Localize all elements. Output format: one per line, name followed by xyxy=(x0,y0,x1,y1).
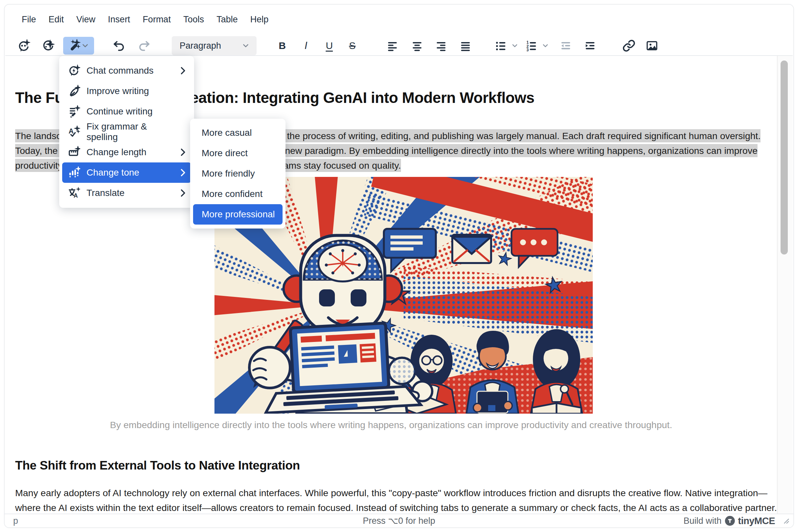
align-right-button[interactable] xyxy=(432,37,450,55)
submenu-chevron-icon xyxy=(177,67,190,75)
svg-text:A: A xyxy=(74,192,78,199)
ai-shortcuts-menu: Chat commands Improve writing Continue w… xyxy=(59,56,194,208)
undo-button[interactable] xyxy=(110,37,128,55)
svg-text:3: 3 xyxy=(527,48,529,52)
strikethrough-button[interactable]: S xyxy=(343,37,361,55)
change-tone-icon xyxy=(67,166,81,179)
menu-tools[interactable]: Tools xyxy=(179,13,208,26)
redo-icon xyxy=(137,39,151,52)
person-woman-writing xyxy=(531,329,582,414)
bold-button[interactable]: B xyxy=(273,37,292,55)
italic-button[interactable]: I xyxy=(297,37,315,55)
menu-edit[interactable]: Edit xyxy=(45,13,68,26)
submenu-item-more-direct[interactable]: More direct xyxy=(193,143,282,164)
block-format-select[interactable]: Paragraph xyxy=(172,36,257,55)
continue-writing-icon xyxy=(67,105,81,118)
menu-item-continue-writing[interactable]: Continue writing xyxy=(62,101,191,122)
section-heading[interactable]: The Shift from External Tools to Native … xyxy=(15,459,300,473)
align-center-icon xyxy=(410,39,424,52)
ai-chat-icon xyxy=(17,39,30,52)
indent-button[interactable] xyxy=(581,37,599,55)
link-button[interactable] xyxy=(620,37,638,55)
chevron-down-icon xyxy=(241,41,250,50)
block-format-value: Paragraph xyxy=(180,41,221,51)
editor-frame: File Edit View Insert Format Tools Table… xyxy=(4,4,794,528)
branding[interactable]: Build with tinyMCE xyxy=(684,516,775,527)
branding-prefix: Build with xyxy=(684,516,722,526)
align-left-button[interactable] xyxy=(383,37,402,55)
link-icon xyxy=(623,39,635,52)
submenu-item-more-professional[interactable]: More professional xyxy=(193,204,282,225)
submenu-chevron-icon xyxy=(177,169,190,176)
submenu-chevron-icon xyxy=(177,148,190,156)
numbered-list-button[interactable]: 1 2 3 xyxy=(523,37,539,55)
menu-item-chat-commands[interactable]: Chat commands xyxy=(62,60,191,81)
bold-icon: B xyxy=(279,40,286,51)
align-left-icon xyxy=(386,39,399,52)
strikethrough-icon: S xyxy=(349,40,356,51)
branding-name: tinyMCE xyxy=(738,516,775,527)
align-right-icon xyxy=(434,39,448,52)
bullet-list-icon xyxy=(494,39,507,52)
indent-icon xyxy=(583,39,597,52)
svg-text:A: A xyxy=(69,127,73,135)
undo-icon xyxy=(112,39,126,52)
scrollbar-track[interactable] xyxy=(777,56,793,514)
menu-format[interactable]: Format xyxy=(139,13,175,26)
insert-image-button[interactable] xyxy=(643,37,661,55)
outdent-button[interactable] xyxy=(557,37,575,55)
align-justify-icon xyxy=(459,39,472,52)
ai-review-icon xyxy=(41,39,55,52)
italic-icon: I xyxy=(304,40,308,52)
menu-item-change-length[interactable]: Change length xyxy=(62,142,191,163)
chevron-down-icon xyxy=(541,42,549,50)
scrollbar-thumb[interactable] xyxy=(781,60,788,254)
statusbar: p Press ⌥0 for help Build with tinyMCE xyxy=(5,514,793,527)
toolbar: Paragraph B I U S xyxy=(5,32,793,59)
align-justify-button[interactable] xyxy=(456,37,475,55)
bullet-list-button[interactable] xyxy=(493,37,509,55)
ai-review-button[interactable] xyxy=(39,37,57,55)
menu-insert[interactable]: Insert xyxy=(104,13,134,26)
ai-shortcuts-split-button[interactable] xyxy=(63,37,94,55)
fix-grammar-icon: A xyxy=(67,126,81,138)
magic-wand-icon xyxy=(68,39,81,52)
chevron-down-icon xyxy=(81,41,90,50)
underline-icon: U xyxy=(326,40,333,51)
menu-item-fix-grammar[interactable]: A Fix grammar & spelling xyxy=(62,122,191,142)
help-shortcut-text: Press ⌥0 for help xyxy=(5,516,793,526)
image-caption[interactable]: By embedding intelligence directly into … xyxy=(5,420,777,431)
redo-button[interactable] xyxy=(135,37,153,55)
change-length-icon xyxy=(67,146,81,158)
translate-icon: A xyxy=(67,187,81,199)
ai-chat-button[interactable] xyxy=(15,37,33,55)
menu-file[interactable]: File xyxy=(18,13,40,26)
menu-table[interactable]: Table xyxy=(212,13,242,26)
menu-item-improve-writing[interactable]: Improve writing xyxy=(62,81,191,101)
align-center-button[interactable] xyxy=(408,37,426,55)
bullet-list-chevron[interactable] xyxy=(508,37,521,55)
menu-view[interactable]: View xyxy=(72,13,99,26)
menubar: File Edit View Insert Format Tools Table… xyxy=(18,12,272,27)
submenu-chevron-icon xyxy=(177,189,190,197)
numbered-list-icon: 1 2 3 xyxy=(525,39,538,52)
underline-button[interactable]: U xyxy=(320,37,338,55)
numbered-list-chevron[interactable] xyxy=(539,37,552,55)
chevron-down-icon xyxy=(511,42,519,50)
chat-commands-icon xyxy=(67,64,81,77)
menu-help[interactable]: Help xyxy=(246,13,273,26)
submenu-item-more-confident[interactable]: More confident xyxy=(193,184,282,204)
menu-item-change-tone[interactable]: Change tone xyxy=(62,163,191,183)
change-tone-submenu: More casual More direct More friendly Mo… xyxy=(190,119,285,229)
submenu-item-more-casual[interactable]: More casual xyxy=(193,122,282,143)
improve-writing-icon xyxy=(67,85,81,97)
tinymce-logo-icon xyxy=(725,516,735,526)
envelope-icon xyxy=(452,235,491,263)
menu-item-translate[interactable]: A Translate xyxy=(62,183,191,203)
submenu-item-more-friendly[interactable]: More friendly xyxy=(193,164,282,184)
outdent-icon xyxy=(559,39,572,52)
resize-handle[interactable] xyxy=(782,516,790,526)
image-icon xyxy=(645,39,658,52)
